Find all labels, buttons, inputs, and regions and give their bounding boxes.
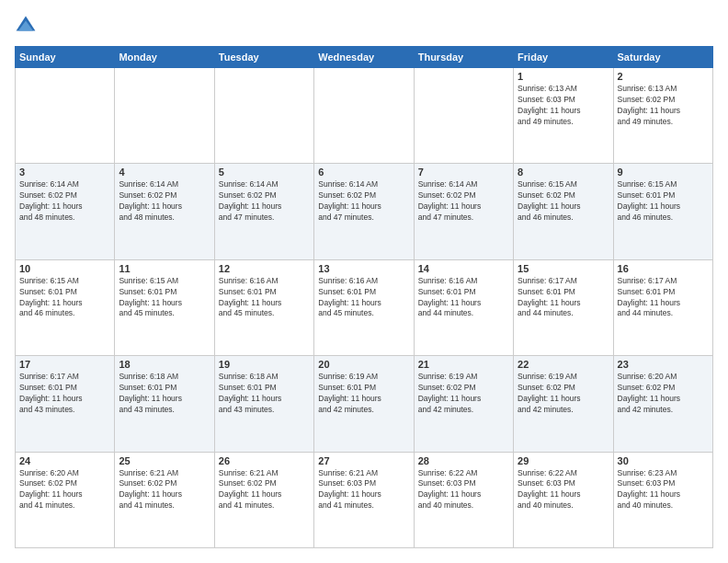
calendar-cell: 11Sunrise: 6:15 AM Sunset: 6:01 PM Dayli… [115, 259, 214, 355]
day-number: 30 [618, 455, 709, 466]
cell-info: Sunrise: 6:17 AM Sunset: 6:01 PM Dayligh… [19, 372, 110, 416]
cell-info: Sunrise: 6:19 AM Sunset: 6:02 PM Dayligh… [418, 372, 509, 416]
cell-info: Sunrise: 6:22 AM Sunset: 6:03 PM Dayligh… [418, 468, 509, 512]
day-number: 27 [318, 455, 409, 466]
day-number: 14 [418, 263, 509, 274]
day-number: 13 [318, 263, 409, 274]
calendar-cell: 2Sunrise: 6:13 AM Sunset: 6:02 PM Daylig… [613, 68, 712, 164]
cell-info: Sunrise: 6:19 AM Sunset: 6:02 PM Dayligh… [518, 372, 609, 416]
day-number: 26 [219, 455, 310, 466]
calendar-cell: 23Sunrise: 6:20 AM Sunset: 6:02 PM Dayli… [613, 356, 712, 452]
calendar-cell: 28Sunrise: 6:22 AM Sunset: 6:03 PM Dayli… [414, 452, 513, 547]
calendar-cell: 10Sunrise: 6:15 AM Sunset: 6:01 PM Dayli… [16, 259, 115, 355]
calendar-cell: 8Sunrise: 6:15 AM Sunset: 6:02 PM Daylig… [514, 164, 613, 259]
calendar-cell: 3Sunrise: 6:14 AM Sunset: 6:02 PM Daylig… [16, 164, 115, 259]
week-row-4: 17Sunrise: 6:17 AM Sunset: 6:01 PM Dayli… [16, 356, 713, 452]
cell-info: Sunrise: 6:17 AM Sunset: 6:01 PM Dayligh… [618, 276, 709, 320]
cell-info: Sunrise: 6:14 AM Sunset: 6:02 PM Dayligh… [219, 179, 310, 224]
cell-info: Sunrise: 6:15 AM Sunset: 6:01 PM Dayligh… [618, 179, 709, 224]
weekday-header-sunday: Sunday [16, 47, 115, 68]
page: SundayMondayTuesdayWednesdayThursdayFrid… [0, 0, 728, 563]
logo [15, 15, 40, 37]
day-number: 9 [618, 167, 709, 178]
day-number: 12 [219, 263, 310, 274]
calendar-cell: 15Sunrise: 6:17 AM Sunset: 6:01 PM Dayli… [514, 259, 613, 355]
cell-info: Sunrise: 6:15 AM Sunset: 6:01 PM Dayligh… [119, 276, 210, 320]
week-row-1: 1Sunrise: 6:13 AM Sunset: 6:03 PM Daylig… [16, 68, 713, 164]
calendar-cell: 7Sunrise: 6:14 AM Sunset: 6:02 PM Daylig… [414, 164, 513, 259]
cell-info: Sunrise: 6:23 AM Sunset: 6:03 PM Dayligh… [618, 468, 709, 512]
weekday-header-saturday: Saturday [613, 47, 712, 68]
day-number: 21 [418, 359, 509, 370]
calendar-cell [16, 68, 115, 164]
calendar-cell [214, 68, 313, 164]
cell-info: Sunrise: 6:20 AM Sunset: 6:02 PM Dayligh… [618, 372, 709, 416]
cell-info: Sunrise: 6:14 AM Sunset: 6:02 PM Dayligh… [119, 179, 210, 224]
calendar-cell: 6Sunrise: 6:14 AM Sunset: 6:02 PM Daylig… [314, 164, 414, 259]
calendar-cell: 26Sunrise: 6:21 AM Sunset: 6:02 PM Dayli… [214, 452, 313, 547]
day-number: 1 [518, 71, 609, 82]
day-number: 3 [19, 167, 110, 178]
day-number: 6 [318, 167, 409, 178]
weekday-header-friday: Friday [514, 47, 613, 68]
day-number: 15 [518, 263, 609, 274]
day-number: 8 [518, 167, 609, 178]
day-number: 7 [418, 167, 509, 178]
weekday-header-wednesday: Wednesday [314, 47, 414, 68]
day-number: 18 [119, 359, 210, 370]
calendar-cell: 27Sunrise: 6:21 AM Sunset: 6:03 PM Dayli… [314, 452, 414, 547]
cell-info: Sunrise: 6:20 AM Sunset: 6:02 PM Dayligh… [19, 468, 110, 512]
calendar-table: SundayMondayTuesdayWednesdayThursdayFrid… [15, 46, 713, 548]
cell-info: Sunrise: 6:21 AM Sunset: 6:02 PM Dayligh… [119, 468, 210, 512]
cell-info: Sunrise: 6:14 AM Sunset: 6:02 PM Dayligh… [318, 179, 409, 224]
day-number: 23 [618, 359, 709, 370]
day-number: 24 [19, 455, 110, 466]
cell-info: Sunrise: 6:13 AM Sunset: 6:02 PM Dayligh… [618, 84, 709, 128]
calendar-cell: 30Sunrise: 6:23 AM Sunset: 6:03 PM Dayli… [613, 452, 712, 547]
calendar-cell: 19Sunrise: 6:18 AM Sunset: 6:01 PM Dayli… [214, 356, 313, 452]
day-number: 19 [219, 359, 310, 370]
calendar-cell [314, 68, 414, 164]
calendar-cell: 25Sunrise: 6:21 AM Sunset: 6:02 PM Dayli… [115, 452, 214, 547]
day-number: 29 [518, 455, 609, 466]
cell-info: Sunrise: 6:13 AM Sunset: 6:03 PM Dayligh… [518, 84, 609, 128]
day-number: 4 [119, 167, 210, 178]
week-row-2: 3Sunrise: 6:14 AM Sunset: 6:02 PM Daylig… [16, 164, 713, 259]
calendar-cell: 21Sunrise: 6:19 AM Sunset: 6:02 PM Dayli… [414, 356, 513, 452]
weekday-header-thursday: Thursday [414, 47, 513, 68]
calendar-cell: 14Sunrise: 6:16 AM Sunset: 6:01 PM Dayli… [414, 259, 513, 355]
calendar-cell: 29Sunrise: 6:22 AM Sunset: 6:03 PM Dayli… [514, 452, 613, 547]
day-number: 25 [119, 455, 210, 466]
cell-info: Sunrise: 6:15 AM Sunset: 6:01 PM Dayligh… [19, 276, 110, 320]
cell-info: Sunrise: 6:21 AM Sunset: 6:02 PM Dayligh… [219, 468, 310, 512]
day-number: 17 [19, 359, 110, 370]
cell-info: Sunrise: 6:15 AM Sunset: 6:02 PM Dayligh… [518, 179, 609, 224]
weekday-header-monday: Monday [115, 47, 214, 68]
day-number: 22 [518, 359, 609, 370]
cell-info: Sunrise: 6:22 AM Sunset: 6:03 PM Dayligh… [518, 468, 609, 512]
calendar-cell: 18Sunrise: 6:18 AM Sunset: 6:01 PM Dayli… [115, 356, 214, 452]
day-number: 5 [219, 167, 310, 178]
calendar-cell: 13Sunrise: 6:16 AM Sunset: 6:01 PM Dayli… [314, 259, 414, 355]
weekday-header-tuesday: Tuesday [214, 47, 313, 68]
calendar-cell: 22Sunrise: 6:19 AM Sunset: 6:02 PM Dayli… [514, 356, 613, 452]
calendar-cell: 17Sunrise: 6:17 AM Sunset: 6:01 PM Dayli… [16, 356, 115, 452]
calendar-cell: 20Sunrise: 6:19 AM Sunset: 6:01 PM Dayli… [314, 356, 414, 452]
cell-info: Sunrise: 6:21 AM Sunset: 6:03 PM Dayligh… [318, 468, 409, 512]
calendar-cell: 4Sunrise: 6:14 AM Sunset: 6:02 PM Daylig… [115, 164, 214, 259]
calendar-cell: 9Sunrise: 6:15 AM Sunset: 6:01 PM Daylig… [613, 164, 712, 259]
cell-info: Sunrise: 6:18 AM Sunset: 6:01 PM Dayligh… [219, 372, 310, 416]
cell-info: Sunrise: 6:17 AM Sunset: 6:01 PM Dayligh… [518, 276, 609, 320]
week-row-3: 10Sunrise: 6:15 AM Sunset: 6:01 PM Dayli… [16, 259, 713, 355]
day-number: 16 [618, 263, 709, 274]
cell-info: Sunrise: 6:16 AM Sunset: 6:01 PM Dayligh… [219, 276, 310, 320]
header [15, 15, 713, 37]
calendar-cell [115, 68, 214, 164]
week-row-5: 24Sunrise: 6:20 AM Sunset: 6:02 PM Dayli… [16, 452, 713, 547]
cell-info: Sunrise: 6:14 AM Sunset: 6:02 PM Dayligh… [19, 179, 110, 224]
cell-info: Sunrise: 6:16 AM Sunset: 6:01 PM Dayligh… [318, 276, 409, 320]
calendar-cell: 12Sunrise: 6:16 AM Sunset: 6:01 PM Dayli… [214, 259, 313, 355]
cell-info: Sunrise: 6:14 AM Sunset: 6:02 PM Dayligh… [418, 179, 509, 224]
calendar-cell: 1Sunrise: 6:13 AM Sunset: 6:03 PM Daylig… [514, 68, 613, 164]
cell-info: Sunrise: 6:16 AM Sunset: 6:01 PM Dayligh… [418, 276, 509, 320]
